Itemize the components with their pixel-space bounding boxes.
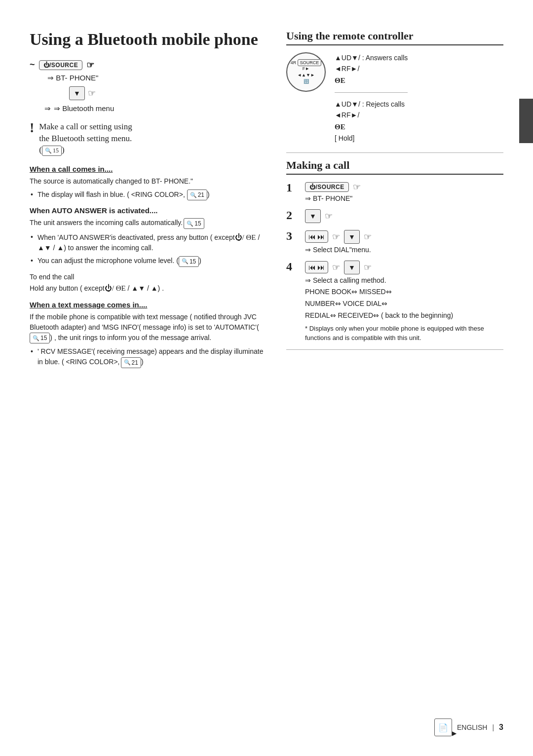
- section-divider-2: [286, 349, 503, 350]
- calling-method2: NUMBER⇔ VOICE DIAL⇔: [305, 298, 503, 310]
- search-badge-15a: 🔍 15: [184, 218, 204, 229]
- step-1-inline: ⏻/SOURCE ☞: [305, 182, 503, 192]
- making-call-title: Making a call: [286, 159, 503, 175]
- step4-hand-icon2: ☞: [364, 262, 372, 273]
- left-column: Using a Bluetooth mobile phone ~ ⏻/SOURC…: [30, 30, 266, 371]
- nav-btn-prev4: ⏮: [308, 263, 316, 271]
- when-auto-answer-text: The unit answers the incoming calls auto…: [30, 218, 266, 228]
- remote-hold: [ Hold]: [335, 133, 354, 144]
- step-2-row: 2 ▼ ☞: [286, 209, 503, 223]
- when-call-comes-heading: When a call comes in....: [30, 165, 266, 173]
- search-icon-15b: 🔍: [182, 257, 189, 265]
- remote-rf-line2: ◄RF►/: [335, 110, 408, 120]
- when-auto-answer-heading-text: When AUTO ANSWER is activated....: [30, 206, 157, 215]
- step3-result-text: ⇒ Select DIAL"menu.: [305, 246, 503, 254]
- remote-theta1: ΘΕ: [335, 75, 408, 86]
- step-4-row: 4 ⏮ ⏭ ☞ ▼ ☞ ⇒ Select a calling method. P…: [286, 261, 503, 342]
- section-divider-1: [286, 152, 503, 153]
- theta-char2: ⏻/ ΘΕ: [105, 284, 126, 292]
- remote-circle-content: 4R SOURCE F► ◄▲▼► 🔢: [287, 60, 325, 84]
- to-end-text: Hold any button ( except⏻/ ΘΕ / ▲▼ / ▲) …: [30, 283, 266, 294]
- when-call-comes-bullet1: The display will flash in blue. ( <RING …: [30, 189, 266, 200]
- search-badge-21: 🔍 21: [187, 189, 207, 200]
- step-1-row: 1 ⏻/SOURCE ☞ ⇒ BT- PHONE": [286, 182, 503, 202]
- exclamation-mark: !: [30, 121, 34, 135]
- tilde-line: ~ ⏻/SOURCE ☞: [30, 60, 266, 71]
- hand-icon-top: ☞: [86, 60, 94, 71]
- step2-hand-icon: ☞: [325, 211, 333, 222]
- excl-badge-line: (🔍 15): [39, 144, 132, 156]
- step-4-inline: ⏮ ⏭ ☞ ▼ ☞: [305, 261, 503, 274]
- bluetooth-menu-text: ⇒ Bluetooth menu: [54, 104, 114, 113]
- remote-udv-rejects: ▲UD▼/ : Rejects calls: [335, 99, 405, 110]
- calling-method3: REDIAL⇔ RECEIVED⇔ ( back to the beginnin…: [305, 310, 503, 322]
- page: Using a Bluetooth mobile phone ~ ⏻/SOURC…: [0, 0, 533, 756]
- source-label: ⏻/SOURCE: [43, 62, 78, 69]
- tilde-symbol: ~: [30, 60, 35, 70]
- auto-answer-bullet2: You can adjust the microphone volume lev…: [30, 256, 266, 266]
- remote-rf-line1: ◄RF►/: [335, 63, 408, 74]
- when-text-message-heading: When a text message comes in....: [30, 301, 266, 309]
- step1-hand-icon: ☞: [353, 182, 361, 192]
- footer-doc-symbol: 📄: [438, 723, 448, 732]
- remote-source-small: SOURCE: [298, 59, 322, 66]
- step1-source-button: ⏻/SOURCE: [305, 182, 349, 192]
- source-button-top: ⏻/SOURCE: [39, 60, 83, 70]
- remote-theta-char1: ΘΕ: [335, 75, 345, 86]
- remote-controller-title: Using the remote controller: [286, 30, 503, 45]
- text-message-bullet1: ' RCV MESSAGE'( receiving message) appea…: [30, 346, 266, 368]
- when-auto-answer-heading: When AUTO ANSWER is activated....: [30, 206, 266, 215]
- search-badge-15b: 🔍 15: [179, 256, 199, 267]
- remote-answers-line: ▲UD▼/ : Answers calls: [335, 52, 408, 63]
- search-icon-15c: 🔍: [33, 334, 39, 342]
- remote-hold-line: [ Hold]: [335, 133, 408, 144]
- nav-btn-next4: ⏭: [317, 263, 325, 271]
- footer: 📄 ENGLISH | 3: [434, 718, 503, 736]
- excl-line2: the Bluetooth setting menu.: [39, 133, 132, 145]
- when-call-comes-text1: The source is automatically changed to B…: [30, 176, 266, 187]
- step-4-content: ⏮ ⏭ ☞ ▼ ☞ ⇒ Select a calling method. PHO…: [305, 261, 503, 342]
- search-icon-15a: 🔍: [187, 220, 193, 228]
- down-arrow-row: ▼ ☞: [69, 86, 266, 100]
- remote-divider: [335, 92, 408, 93]
- remote-arrows-circle: ◄▲▼►: [297, 73, 315, 77]
- step-2-number: 2: [286, 209, 298, 221]
- remote-box: 4R SOURCE F► ◄▲▼► 🔢 ▲UD▼/ : Answers call…: [286, 52, 503, 144]
- step2-down-arrow: ▼: [305, 209, 321, 223]
- main-title: Using a Bluetooth mobile phone: [30, 30, 266, 50]
- remote-theta2: ΘΕ: [335, 121, 408, 133]
- step3-down-arrow: ▼: [344, 230, 360, 244]
- step-3-content: ⏮ ⏭ ☞ ▼ ☞ ⇒ Select DIAL"menu.: [305, 230, 503, 254]
- remote-4r: 4R: [291, 60, 297, 65]
- remote-udv-answers: ▲UD▼/ : Answers calls: [335, 52, 408, 63]
- asterisk-note: * Displays only when your mobile phone i…: [305, 324, 503, 342]
- step-2-inline: ▼ ☞: [305, 209, 503, 223]
- remote-num: 🔢: [304, 79, 309, 84]
- step-2-content: ▼ ☞: [305, 209, 503, 223]
- remote-rf2: ◄RF►/: [335, 110, 359, 120]
- step-3-row: 3 ⏮ ⏭ ☞ ▼ ☞ ⇒ Select DIAL"menu.: [286, 230, 503, 254]
- calling-methods-block: PHONE BOOK⇔ MISSED⇔ NUMBER⇔ VOICE DIAL⇔ …: [305, 286, 503, 321]
- calling-method1: PHONE BOOK⇔ MISSED⇔: [305, 286, 503, 298]
- exclamation-text-block: Make a call or setting using the Bluetoo…: [39, 121, 132, 156]
- remote-rf1: ◄RF►/: [335, 63, 359, 74]
- step-1-number: 1: [286, 182, 298, 193]
- nav-btn-next: ⏭: [317, 232, 325, 241]
- remote-theta-char2: ΘΕ: [335, 121, 345, 133]
- step-4-number: 4: [286, 261, 298, 272]
- step1-result-text: ⇒ BT- PHONE": [305, 194, 503, 202]
- remote-f: F►: [303, 66, 309, 71]
- step3-hand-icon1: ☞: [332, 231, 340, 242]
- step4-down-arrow: ▼: [344, 261, 360, 274]
- search-icon-21: 🔍: [190, 191, 197, 199]
- bullet1-text: The display will flash in blue. ( <RING …: [38, 190, 187, 198]
- step-1-content: ⏻/SOURCE ☞ ⇒ BT- PHONE": [305, 182, 503, 202]
- step3-hand-icon2: ☞: [364, 231, 372, 242]
- when-text-message-text: If the mobile phone is compatible with t…: [30, 312, 266, 343]
- search-badge-21b: 🔍 21: [121, 357, 141, 368]
- nav-btn-prev: ⏮: [308, 232, 316, 241]
- step-3-inline: ⏮ ⏭ ☞ ▼ ☞: [305, 230, 503, 244]
- hand-icon-down: ☞: [88, 88, 96, 99]
- step3-nav-buttons: ⏮ ⏭: [305, 230, 328, 243]
- right-column: Using the remote controller 4R SOURCE F►…: [286, 30, 503, 371]
